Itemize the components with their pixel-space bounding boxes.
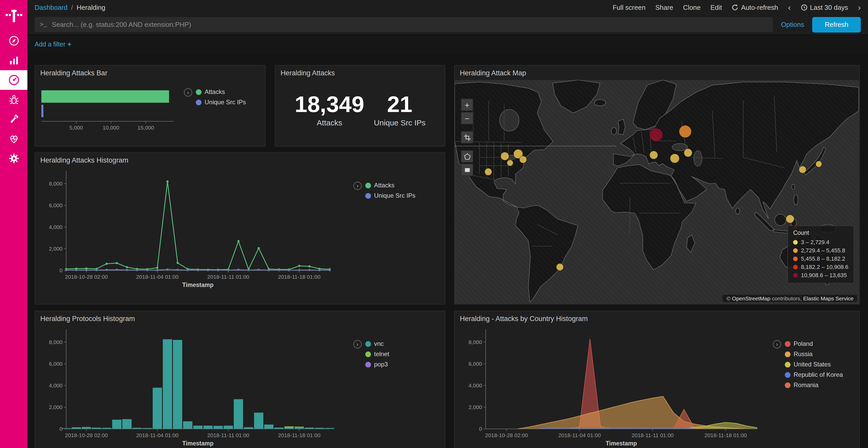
fit-bounds-button[interactable]: [461, 131, 473, 143]
legend-collapse-icon[interactable]: ›: [353, 182, 362, 190]
legend-item[interactable]: United States: [785, 361, 843, 368]
map-controls: + −: [461, 99, 473, 177]
legend-item[interactable]: Attacks: [365, 182, 415, 189]
zoom-in-button[interactable]: +: [461, 99, 473, 111]
legend-color-dot: [793, 240, 798, 244]
legend-item[interactable]: Unique Src IPs: [365, 192, 415, 199]
svg-text:2018-11-18 01:00: 2018-11-18 01:00: [278, 432, 320, 438]
breadcrumb-current: Heralding: [76, 3, 105, 11]
sidebar-item-visualize[interactable]: [0, 50, 27, 70]
sidebar: [0, 0, 27, 448]
legend-color-dot: [793, 265, 798, 269]
top-nav: Dashboard / Heralding Full screen Share …: [27, 0, 868, 14]
bar-chart-icon: [8, 55, 20, 66]
time-range-picker[interactable]: Last 30 days: [801, 3, 848, 11]
legend-collapse-icon[interactable]: ›: [184, 88, 192, 97]
clone-button[interactable]: Clone: [683, 3, 701, 11]
sidebar-item-dashboard[interactable]: [0, 70, 27, 90]
legend-item[interactable]: Russia: [785, 350, 843, 358]
svg-text:2,000: 2,000: [468, 404, 482, 410]
clock-icon: [801, 4, 807, 10]
svg-text:6,000: 6,000: [49, 202, 63, 208]
svg-text:10,000: 10,000: [102, 125, 119, 131]
edit-button[interactable]: Edit: [710, 3, 722, 11]
share-button[interactable]: Share: [655, 3, 673, 11]
legend-item[interactable]: Republic of Korea: [785, 371, 843, 378]
polygon-draw-button[interactable]: [461, 150, 473, 163]
panel-title: Heralding Attacks: [275, 66, 445, 80]
telekom-logo[interactable]: [0, 0, 27, 31]
map-legend-item: 3 – 2,729.4: [793, 238, 848, 246]
zoom-out-button[interactable]: −: [461, 112, 473, 125]
legend-collapse-icon[interactable]: ›: [773, 340, 781, 348]
metric-value: 21: [374, 92, 426, 117]
panel-attack-map: Heralding Attack Map: [454, 65, 860, 305]
wrench-icon: [8, 113, 20, 125]
full-screen-button[interactable]: Full screen: [613, 3, 645, 11]
legend-item[interactable]: Unique Src IPs: [196, 99, 246, 106]
svg-text:4,000: 4,000: [49, 224, 63, 230]
refresh-cycle-icon: [732, 4, 739, 10]
refresh-button[interactable]: Refresh: [812, 17, 861, 32]
legend-item[interactable]: Romania: [785, 381, 843, 389]
map-canvas[interactable]: + −: [455, 80, 859, 304]
legend-color-dot: [365, 341, 371, 347]
svg-text:0: 0: [59, 426, 63, 432]
legend-color-dot: [785, 361, 790, 367]
openstreetmap-link[interactable]: OpenStreetMap: [732, 295, 770, 302]
breadcrumb-dashboard-link[interactable]: Dashboard: [35, 3, 67, 11]
elastic-maps-link[interactable]: Elastic Maps Service: [803, 295, 854, 302]
svg-text:2018-10-28 02:00: 2018-10-28 02:00: [485, 432, 528, 438]
legend-item[interactable]: Poland: [785, 340, 843, 347]
main-area: Dashboard / Heralding Full screen Share …: [27, 0, 868, 448]
legend-item[interactable]: vnc: [365, 340, 389, 347]
svg-text:2018-11-04 01:00: 2018-11-04 01:00: [558, 432, 601, 438]
sidebar-item-management[interactable]: [0, 149, 27, 168]
filter-bar: Add a filter+: [27, 35, 868, 54]
chart-legend: › AttacksUnique Src IPs: [353, 182, 415, 199]
time-forward-button[interactable]: ›: [858, 3, 861, 12]
time-back-button[interactable]: ‹: [788, 3, 791, 12]
svg-text:6,000: 6,000: [49, 361, 63, 367]
panel-protocols-histogram: Heralding Protocols Histogram 02,0004,00…: [35, 311, 445, 448]
plus-icon: +: [68, 41, 71, 48]
sidebar-item-tools[interactable]: [0, 109, 27, 129]
add-filter-link[interactable]: Add a filter+: [35, 41, 71, 48]
legend-color-dot: [365, 351, 371, 357]
legend-item[interactable]: pop3: [365, 361, 389, 368]
panel-attacks-histogram: Heralding Attacks Histogram 02,0004,0006…: [35, 152, 445, 305]
map-attribution: © OpenStreetMap contributors, Elastic Ma…: [723, 295, 857, 302]
metric-value: 18,349: [295, 92, 364, 117]
metric-label: Attacks: [295, 118, 364, 127]
search-input-wrap: >_: [35, 17, 773, 32]
map-legend-item: 5,455.8 – 8,182.2: [793, 254, 848, 263]
svg-text:2018-11-04 01:00: 2018-11-04 01:00: [136, 432, 179, 438]
panel-country-histogram: Heralding - Attacks by Country Histogram…: [454, 311, 860, 448]
sidebar-item-monitoring[interactable]: [0, 129, 27, 149]
panel-title: Heralding Attacks Histogram: [35, 153, 445, 168]
legend-collapse-icon[interactable]: ›: [353, 340, 362, 348]
legend-color-dot: [793, 273, 798, 277]
rectangle-draw-button[interactable]: [461, 164, 473, 176]
search-input[interactable]: [52, 21, 768, 28]
sidebar-item-discover[interactable]: [0, 31, 27, 50]
auto-refresh-button[interactable]: Auto-refresh: [732, 3, 778, 11]
chart-legend: › PolandRussiaUnited StatesRepublic of K…: [773, 340, 843, 389]
chart-legend: › vnctelnetpop3: [353, 340, 389, 368]
panel-title: Heralding Attacks Bar: [35, 66, 265, 80]
svg-text:8,000: 8,000: [49, 181, 63, 186]
svg-text:4,000: 4,000: [468, 382, 482, 388]
legend-color-dot: [196, 99, 202, 105]
svg-text:2018-11-04 01:00: 2018-11-04 01:00: [136, 274, 179, 280]
options-link[interactable]: Options: [781, 21, 804, 28]
sidebar-item-tpot[interactable]: [0, 90, 27, 109]
svg-text:2018-10-28 02:00: 2018-10-28 02:00: [65, 274, 108, 280]
panel-title: Heralding - Attacks by Country Histogram: [455, 311, 859, 326]
svg-text:2018-11-18 01:00: 2018-11-18 01:00: [278, 274, 320, 280]
svg-text:15,000: 15,000: [137, 125, 154, 131]
polygon-icon: [464, 153, 470, 160]
svg-text:Timestamp: Timestamp: [606, 440, 637, 447]
legend-item[interactable]: Attacks: [196, 88, 246, 96]
legend-item[interactable]: telnet: [365, 350, 389, 358]
svg-text:0: 0: [479, 426, 482, 432]
